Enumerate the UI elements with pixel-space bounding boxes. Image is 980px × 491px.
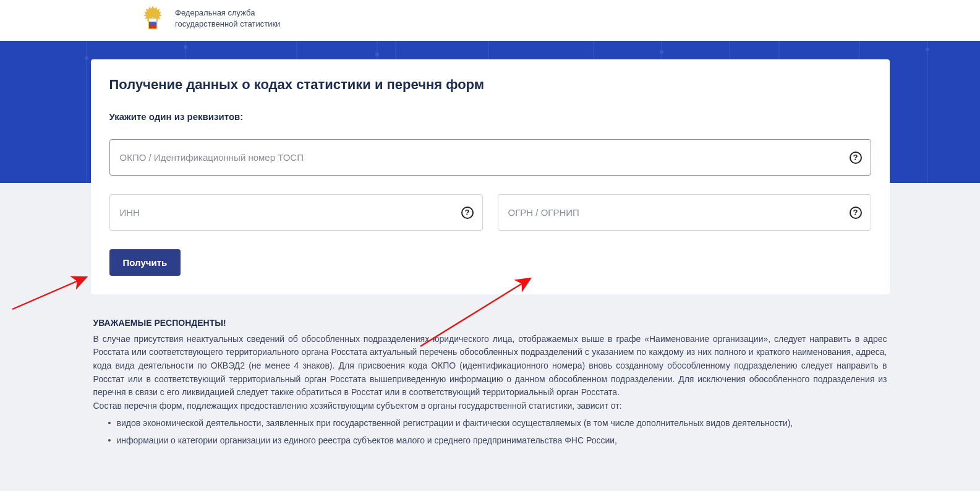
info-bullet-item: видов экономической деятельности, заявле… <box>117 417 887 430</box>
svg-point-6 <box>85 56 88 60</box>
inn-input[interactable] <box>110 195 482 230</box>
org-name-line1: Федеральная служба <box>175 7 280 19</box>
svg-point-11 <box>375 53 379 56</box>
query-card: Получение данных о кодах статистики и пе… <box>91 59 890 294</box>
info-bullet-list: видов экономической деятельности, заявле… <box>93 417 887 447</box>
svg-line-25 <box>12 277 87 309</box>
svg-rect-2 <box>149 22 156 25</box>
card-title: Получение данных о кодах статистики и пе… <box>109 77 871 93</box>
svg-point-8 <box>184 45 187 49</box>
card-subtitle: Укажите один из реквизитов: <box>109 111 871 122</box>
svg-point-18 <box>660 50 663 54</box>
okpo-input[interactable] <box>110 140 871 175</box>
ogrn-field-wrap: ? <box>498 194 871 231</box>
svg-point-24 <box>926 48 929 51</box>
org-name-line2: государственной статистики <box>175 19 280 30</box>
secondary-fields-row: ? ? <box>109 194 871 231</box>
info-paragraph-2: Состав перечня форм, подлежащих предоста… <box>93 399 887 413</box>
inn-help-icon[interactable]: ? <box>461 207 474 219</box>
info-block: УВАЖАЕМЫЕ РЕСПОНДЕНТЫ! В случае присутст… <box>91 317 890 463</box>
org-name: Федеральная служба государственной стати… <box>175 7 280 29</box>
rosstat-emblem-icon <box>139 5 166 32</box>
submit-button[interactable]: Получить <box>109 249 181 276</box>
inn-field-wrap: ? <box>109 194 483 231</box>
okpo-field-wrap: ? <box>109 139 871 176</box>
info-bullet-item: информации о категории организации из ед… <box>117 434 887 448</box>
site-header: Федеральная служба государственной стати… <box>0 0 980 41</box>
ogrn-input[interactable] <box>498 195 871 230</box>
svg-rect-3 <box>149 25 156 28</box>
info-paragraph-1: В случае присутствия неактуальных сведен… <box>93 333 887 399</box>
logo-area: Федеральная служба государственной стати… <box>139 5 280 32</box>
ogrn-help-icon[interactable]: ? <box>850 207 862 219</box>
okpo-help-icon[interactable]: ? <box>850 152 862 164</box>
svg-rect-1 <box>149 19 156 22</box>
info-heading: УВАЖАЕМЫЕ РЕСПОНДЕНТЫ! <box>93 317 887 330</box>
